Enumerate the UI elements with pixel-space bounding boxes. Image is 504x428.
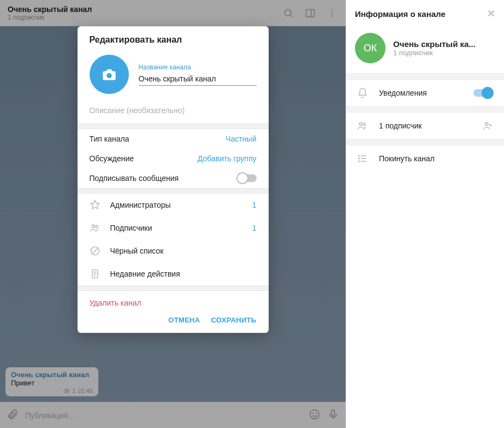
close-icon[interactable]: ✕: [487, 8, 495, 20]
edit-channel-modal: Редактировать канал Название канала Опис…: [78, 26, 269, 333]
channel-name-label: Название канала: [139, 63, 257, 71]
blacklist-row[interactable]: Чёрный список: [78, 239, 269, 262]
add-user-icon[interactable]: [482, 120, 493, 131]
people-icon: [90, 222, 100, 233]
divider: [78, 285, 269, 291]
recent-actions-row[interactable]: Недавние действия: [78, 262, 269, 285]
bell-icon: [357, 87, 368, 98]
divider: [346, 73, 504, 80]
people-icon: [357, 120, 368, 131]
log-icon: [90, 268, 100, 279]
notifications-toggle[interactable]: [473, 89, 493, 97]
subscribers-info-row[interactable]: 1 подписчик: [346, 113, 504, 139]
svg-point-22: [485, 122, 488, 125]
divider: [346, 139, 504, 145]
channel-photo-button[interactable]: [90, 55, 129, 94]
avatar: ОК: [355, 33, 386, 63]
divider: [346, 106, 504, 113]
modal-overlay[interactable]: Редактировать канал Название канала Опис…: [0, 0, 346, 428]
sign-messages-row[interactable]: Подписывать сообщения: [78, 168, 269, 188]
divider: [78, 124, 269, 129]
list-icon: [357, 153, 368, 164]
channel-name: Очень скрытый ка...: [393, 39, 476, 49]
delete-channel-button[interactable]: Удалить канал: [78, 291, 269, 309]
channel-profile[interactable]: ОК Очень скрытый ка... 1 подписчик: [346, 27, 504, 73]
block-icon: [90, 245, 100, 256]
svg-point-13: [96, 225, 98, 227]
subscribers-row[interactable]: Подписчики 1: [78, 216, 269, 239]
star-icon: [90, 200, 100, 210]
discussion-row[interactable]: Обсуждение Добавить группу: [78, 149, 269, 168]
svg-point-20: [359, 122, 362, 125]
leave-channel-row[interactable]: Покинуть канал: [346, 145, 504, 172]
channel-sub-count: 1 подписчик: [393, 49, 476, 57]
svg-point-21: [363, 123, 365, 125]
cancel-button[interactable]: ОТМЕНА: [168, 316, 200, 324]
sign-messages-toggle[interactable]: [237, 174, 257, 182]
modal-title: Редактировать канал: [90, 35, 257, 45]
channel-name-input[interactable]: [139, 72, 257, 86]
notifications-row[interactable]: Уведомления: [346, 80, 504, 106]
svg-point-12: [92, 225, 94, 227]
channel-type-row[interactable]: Тип канала Частный: [78, 129, 269, 149]
administrators-row[interactable]: Администраторы 1: [78, 194, 269, 216]
description-input[interactable]: Описание (необязательно): [90, 105, 257, 115]
svg-point-27: [359, 158, 360, 159]
divider: [78, 188, 269, 194]
info-panel-title: Информация о канале: [355, 9, 446, 19]
svg-point-26: [359, 155, 360, 156]
svg-point-28: [359, 161, 360, 162]
save-button[interactable]: СОХРАНИТЬ: [211, 316, 257, 324]
svg-line-15: [92, 248, 98, 254]
camera-icon: [102, 67, 117, 82]
